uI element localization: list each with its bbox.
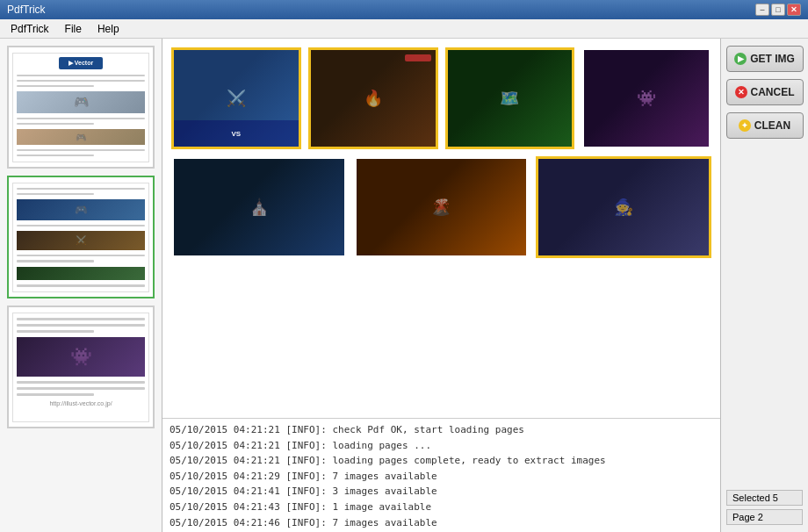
log-line-7: 05/10/2015 04:21:46 [INFO]: 7 images ava… bbox=[170, 515, 713, 531]
get-img-icon: ▶ bbox=[734, 53, 747, 65]
log-line-5: 05/10/2015 04:21:41 [INFO]: 3 images ava… bbox=[170, 484, 713, 500]
thumbnail-scroll[interactable]: ▶ Vector 🎮 🎮 bbox=[0, 39, 162, 532]
log-line-4: 05/10/2015 04:21:29 [INFO]: 7 images ava… bbox=[170, 469, 713, 485]
scene-overlay-5: ⛪ bbox=[174, 159, 344, 255]
title-bar: PdfTrick – □ ✕ bbox=[0, 0, 808, 19]
scene-overlay-2: 🔥 bbox=[311, 50, 436, 147]
image-cell-2[interactable]: 🔥 bbox=[308, 47, 438, 149]
cancel-button[interactable]: ✕ CANCEL bbox=[726, 79, 804, 105]
page-thumb-2: 🎮 ⚔️ bbox=[12, 183, 149, 292]
log-panel[interactable]: 05/10/2015 04:21:21 [INFO]: check Pdf OK… bbox=[162, 418, 720, 532]
title-bar-left: PdfTrick bbox=[7, 4, 46, 16]
log-line-2: 05/10/2015 04:21:21 [INFO]: loading page… bbox=[170, 438, 713, 454]
image-cell-3[interactable]: 🗺️ bbox=[445, 47, 575, 149]
game-image-2: 🔥 bbox=[311, 50, 436, 147]
image-cell-5[interactable]: ⛪ bbox=[171, 156, 347, 258]
image-area[interactable]: ⚔️ VS 🔥 🗺️ bbox=[162, 39, 720, 418]
game-image-5: ⛪ bbox=[174, 159, 344, 255]
game-image-4: 👾 bbox=[584, 50, 709, 147]
maximize-button[interactable]: □ bbox=[771, 4, 785, 16]
game-image-1: ⚔️ VS bbox=[174, 50, 299, 147]
right-panel: ▶ GET IMG ✕ CANCEL ✦ CLEAN Selected 5 Pa… bbox=[720, 39, 808, 532]
image-grid-row1: ⚔️ VS 🔥 🗺️ bbox=[171, 47, 711, 149]
cancel-label: CANCEL bbox=[751, 86, 795, 98]
scene-overlay-4: 👾 bbox=[584, 50, 709, 147]
game-image-7: 🧙 bbox=[538, 159, 709, 255]
center-panel: ⚔️ VS 🔥 🗺️ bbox=[162, 39, 720, 532]
cancel-icon: ✕ bbox=[735, 86, 747, 98]
app-title: PdfTrick bbox=[7, 4, 46, 16]
title-bar-controls: – □ ✕ bbox=[755, 4, 801, 16]
close-button[interactable]: ✕ bbox=[787, 4, 801, 16]
left-panel: ▶ Vector 🎮 🎮 bbox=[0, 39, 162, 532]
image-cell-7[interactable]: 🧙 bbox=[536, 156, 711, 258]
clean-button[interactable]: ✦ CLEAN bbox=[726, 112, 804, 139]
image-cell-4[interactable]: 👾 bbox=[581, 47, 711, 149]
menu-pdftrick[interactable]: PdfTrick bbox=[4, 21, 56, 37]
clean-icon: ✦ bbox=[739, 119, 751, 132]
minimize-button[interactable]: – bbox=[755, 4, 769, 16]
thumbnail-page-2[interactable]: 🎮 ⚔️ bbox=[7, 176, 155, 298]
thumbnail-page-3[interactable]: 👾 http://illust-vector.co.jp/ bbox=[7, 306, 155, 428]
menu-file[interactable]: File bbox=[58, 21, 89, 37]
thumbnail-page-1[interactable]: ▶ Vector 🎮 🎮 bbox=[7, 46, 155, 169]
get-img-button[interactable]: ▶ GET IMG bbox=[726, 46, 804, 72]
scene-overlay-7: 🧙 bbox=[538, 159, 709, 255]
menu-bar: PdfTrick File Help bbox=[0, 19, 808, 39]
page-thumb-3: 👾 http://illust-vector.co.jp/ bbox=[12, 313, 149, 422]
log-line-6: 05/10/2015 04:21:43 [INFO]: 1 image avai… bbox=[170, 500, 713, 515]
scene-overlay-3: 🗺️ bbox=[448, 50, 573, 147]
image-cell-1[interactable]: ⚔️ VS bbox=[171, 47, 301, 149]
selected-status: Selected 5 bbox=[726, 490, 803, 506]
page-thumb-1: ▶ Vector 🎮 🎮 bbox=[12, 53, 149, 162]
log-line-1: 05/10/2015 04:21:21 [INFO]: check Pdf OK… bbox=[170, 422, 713, 438]
status-bar-bottom: Selected 5 Page 2 bbox=[726, 490, 803, 525]
scene-overlay-6: 🌋 bbox=[357, 159, 527, 255]
image-grid-row2: ⛪ 🌋 🧙 bbox=[171, 156, 711, 258]
clean-label: CLEAN bbox=[754, 119, 790, 132]
image-cell-6[interactable]: 🌋 bbox=[354, 156, 530, 258]
page-status: Page 2 bbox=[726, 509, 803, 525]
log-line-3: 05/10/2015 04:21:21 [INFO]: loading page… bbox=[170, 453, 713, 469]
game-image-3: 🗺️ bbox=[448, 50, 573, 147]
game-image-6: 🌋 bbox=[357, 159, 527, 255]
menu-help[interactable]: Help bbox=[90, 21, 126, 37]
main-container: ▶ Vector 🎮 🎮 bbox=[0, 39, 808, 532]
get-img-label: GET IMG bbox=[750, 53, 795, 65]
